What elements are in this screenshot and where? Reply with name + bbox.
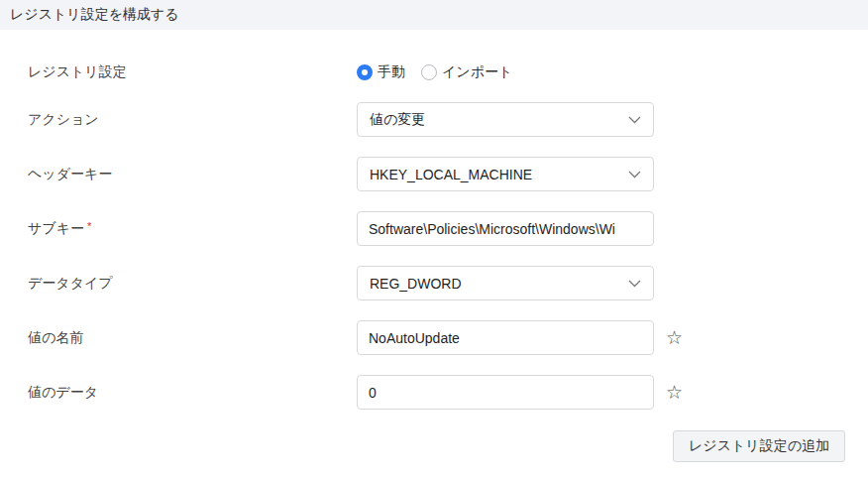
row-data-type: データタイプ REG_DWORD: [28, 266, 868, 300]
value-name-label: 値の名前: [28, 329, 357, 347]
data-type-select-value: REG_DWORD: [370, 276, 462, 292]
add-registry-setting-button[interactable]: レジストリ設定の追加: [673, 430, 845, 462]
header-key-select-value: HKEY_LOCAL_MACHINE: [370, 167, 532, 182]
row-value-name: 値の名前 ☆: [28, 320, 868, 355]
header-key-label: ヘッダーキー: [28, 166, 357, 183]
registry-setting-radio-group: 手動 インポート: [357, 63, 512, 81]
row-header-key: ヘッダーキー HKEY_LOCAL_MACHINE: [28, 157, 868, 191]
subkey-label: サブキー *: [28, 220, 357, 238]
chevron-down-icon: [628, 280, 641, 288]
value-data-input[interactable]: [357, 375, 654, 410]
radio-manual-label: 手動: [378, 63, 405, 81]
data-type-label: データタイプ: [28, 275, 357, 293]
radio-unselected-icon[interactable]: [421, 64, 437, 80]
data-type-select[interactable]: REG_DWORD: [357, 266, 654, 300]
required-asterisk: *: [87, 220, 91, 232]
footer-actions: レジストリ設定の追加: [0, 430, 868, 462]
section-title: レジストリ設定を構成する: [10, 6, 179, 24]
chevron-down-icon: [628, 171, 641, 179]
star-icon[interactable]: ☆: [666, 383, 683, 402]
row-value-data: 値のデータ ☆: [28, 375, 868, 410]
subkey-input[interactable]: [357, 211, 654, 246]
value-data-label: 値のデータ: [28, 384, 357, 402]
action-select-value: 値の変更: [370, 111, 425, 129]
radio-import[interactable]: インポート: [421, 63, 512, 81]
radio-selected-icon[interactable]: [357, 64, 373, 80]
chevron-down-icon: [628, 116, 641, 124]
radio-import-label: インポート: [442, 63, 512, 81]
row-registry-setting: レジストリ設定 手動 インポート: [28, 62, 868, 82]
action-select[interactable]: 値の変更: [357, 102, 654, 137]
value-name-input[interactable]: [357, 320, 654, 355]
row-subkey: サブキー *: [28, 211, 868, 246]
form-content: レジストリ設定 手動 インポート アクション 値の変更: [0, 62, 868, 410]
radio-manual[interactable]: 手動: [357, 63, 405, 81]
registry-settings-panel: レジストリ設定を構成する レジストリ設定 手動 インポート アクション: [0, 0, 868, 479]
action-label: アクション: [28, 111, 357, 129]
section-header: レジストリ設定を構成する: [0, 0, 868, 30]
star-icon[interactable]: ☆: [666, 328, 683, 347]
registry-setting-label: レジストリ設定: [28, 63, 357, 81]
header-key-select[interactable]: HKEY_LOCAL_MACHINE: [357, 157, 654, 191]
row-action: アクション 値の変更: [28, 102, 868, 137]
